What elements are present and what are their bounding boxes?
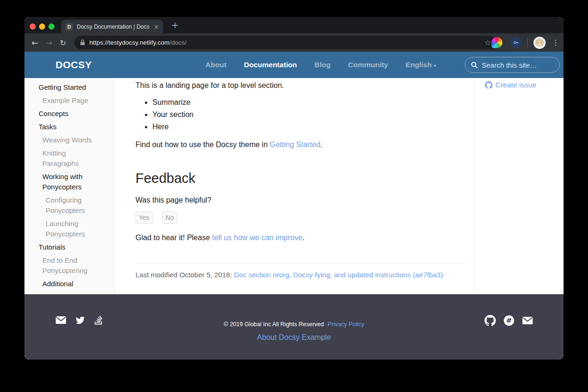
tab-close-icon[interactable]: ×	[153, 24, 159, 30]
bullet-list: Summarize Your section Here	[135, 96, 467, 133]
tab-title: Docsy Documentation | Docsy	[77, 24, 150, 30]
sidebar-nav: Getting Started Example Page Concepts Ta…	[24, 78, 114, 294]
footer-center: © 2019 Global Inc All Rights ReservedPri…	[24, 294, 564, 342]
search-icon	[471, 62, 478, 69]
sidebar-item-end-to-end-ponycoptering[interactable]: End to End Ponycoptering	[24, 255, 114, 276]
browser-toolbar: ← → ↻ https://testydocsy.netlify.com/doc…	[24, 33, 564, 52]
yes-button[interactable]: Yes	[135, 212, 153, 224]
sidebar-item-tutorials[interactable]: Tutorials	[24, 242, 114, 252]
browser-tab[interactable]: D Docsy Documentation | Docsy ×	[61, 20, 163, 33]
privacy-policy-link[interactable]: Privacy Policy	[328, 321, 365, 328]
nav-link-about[interactable]: About	[206, 61, 227, 69]
tab-favicon: D	[65, 23, 73, 31]
site-footer: © 2019 Global Inc All Rights ReservedPri…	[24, 294, 564, 360]
nav-links: About Documentation Blog Community Engli…	[206, 57, 560, 73]
sidebar-item-getting-started[interactable]: Getting Started	[24, 82, 114, 93]
github-icon	[485, 81, 493, 89]
about-docsy-link[interactable]: About Docsy Example	[257, 333, 331, 341]
sidebar-item-weaving-words[interactable]: Weaving Words	[24, 135, 114, 145]
content-divider	[135, 263, 467, 263]
bullet-item: Your section	[152, 109, 467, 121]
create-issue-link[interactable]: Create issue	[485, 81, 536, 89]
url-host: https://testydocsy.netlify.com	[89, 39, 170, 46]
getting-started-link[interactable]: Getting Started	[270, 141, 320, 149]
feedback-heading: Feedback	[135, 169, 467, 187]
sidebar-item-additional[interactable]: Additional	[24, 279, 114, 289]
improve-link[interactable]: tell us how we can improve	[212, 234, 302, 242]
github-icon[interactable]	[485, 315, 496, 326]
content-area: Getting Started Example Page Concepts Ta…	[24, 78, 564, 294]
bullet-item: Summarize	[152, 96, 467, 109]
new-tab-button[interactable]: +	[169, 19, 181, 31]
brand-logo[interactable]: DOCSY	[56, 59, 92, 71]
mail-icon[interactable]	[522, 316, 533, 325]
last-modified: Last modified October 5, 2018: Doc secti…	[135, 269, 467, 281]
url-path: /docs/	[170, 39, 187, 46]
minimize-window-button[interactable]	[39, 24, 45, 30]
bullet-item: Here	[152, 121, 467, 133]
feedback-buttons: Yes No	[135, 212, 467, 224]
right-sidebar: Create issue	[474, 78, 564, 294]
color-wheel-extension-icon[interactable]	[492, 37, 502, 48]
nav-link-blog[interactable]: Blog	[314, 61, 330, 69]
language-dropdown[interactable]: English▾	[405, 61, 436, 69]
sidebar-item-configuring-ponycopters[interactable]: Configuring Ponycopters	[24, 195, 114, 216]
slack-icon[interactable]: #	[504, 315, 514, 326]
tab-strip: D Docsy Documentation | Docsy × +	[24, 17, 564, 33]
sidebar-item-knitting-paragraphs[interactable]: Knitting Paragraphs	[24, 148, 114, 169]
sidebar-item-working-with-ponycopters[interactable]: Working with Ponycopters	[24, 172, 114, 192]
main-content: This is a landing page for a top level s…	[114, 78, 474, 294]
browser-menu-icon[interactable]: ⋮	[552, 38, 559, 47]
reload-icon[interactable]: ↻	[57, 37, 69, 48]
chevron-down-icon: ▾	[434, 63, 436, 68]
site-navbar: DOCSY About Documentation Blog Community…	[24, 52, 564, 78]
lock-icon	[80, 39, 85, 46]
forward-icon[interactable]: →	[43, 37, 55, 48]
search-box[interactable]	[465, 57, 560, 73]
footer-social-right: #	[485, 315, 533, 326]
copyright-text: © 2019 Global Inc All Rights Reserved	[224, 321, 324, 328]
no-button[interactable]: No	[162, 212, 177, 224]
close-window-button[interactable]	[30, 24, 36, 30]
findout-text: Find out how to use the Docsy theme in G…	[135, 139, 467, 150]
address-bar[interactable]: https://testydocsy.netlify.com/docs/ ☆	[74, 36, 497, 49]
back-icon[interactable]: ←	[29, 37, 40, 48]
sidebar-item-tasks[interactable]: Tasks	[24, 122, 114, 132]
feedback-response: Glad to hear it! Please tell us how we c…	[135, 232, 467, 243]
intro-text: This is a landing page for a top level s…	[135, 80, 467, 91]
search-input[interactable]	[482, 61, 554, 69]
nav-link-community[interactable]: Community	[348, 61, 388, 69]
zoom-window-button[interactable]	[48, 24, 55, 30]
extensions-area: ⋮	[492, 33, 559, 52]
bookmark-star-icon[interactable]: ☆	[485, 38, 491, 47]
feedback-question: Was this page helpful?	[135, 195, 467, 206]
sidebar-item-launching-ponycopters[interactable]: Launching Ponycopters	[24, 219, 114, 239]
browser-window: D Docsy Documentation | Docsy × + ← → ↻ …	[24, 17, 564, 360]
password-key-extension-icon[interactable]	[510, 37, 521, 48]
commit-link[interactable]: Doc section reorg, Docsy-fying, and upda…	[234, 271, 443, 279]
profile-avatar[interactable]	[533, 37, 546, 49]
sidebar-item-concepts[interactable]: Concepts	[24, 109, 114, 119]
url-text: https://testydocsy.netlify.com/docs/	[89, 39, 187, 46]
toolbar-separator	[527, 38, 528, 47]
sidebar-item-example-page[interactable]: Example Page	[24, 95, 114, 106]
nav-link-documentation[interactable]: Documentation	[244, 61, 297, 69]
